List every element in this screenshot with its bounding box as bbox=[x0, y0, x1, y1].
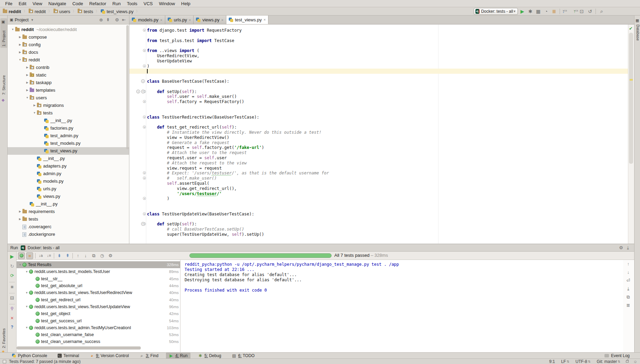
tree-item--coveragerc[interactable]: .coveragerc bbox=[8, 223, 129, 231]
stripe-tab-database[interactable]: Database bbox=[636, 24, 640, 41]
event-log-button[interactable]: Event Log bbox=[604, 353, 630, 358]
run-test-gutter-icon[interactable]: ↑ bbox=[141, 90, 145, 93]
status-message[interactable]: Tests Passed: 7 passed (a minute ago) bbox=[9, 359, 80, 364]
pin-tab-button[interactable]: ⚲ bbox=[8, 306, 17, 311]
test-history-icon[interactable]: ◷ bbox=[99, 252, 106, 259]
fold-marker-icon[interactable]: ∨ bbox=[143, 212, 146, 215]
tool-window-button-3-find[interactable]: ⌕3: Find bbox=[137, 353, 161, 359]
tab-urls-py[interactable]: urls.py× bbox=[165, 16, 194, 24]
close-icon[interactable]: × bbox=[264, 18, 266, 22]
tree-item-requirements[interactable]: ▶requirements bbox=[8, 208, 129, 215]
tree-item--init-py[interactable]: __init__.py bbox=[8, 200, 129, 208]
tree-item-static[interactable]: ▶static bbox=[8, 71, 129, 79]
chevron-collapsed-icon[interactable]: ▶ bbox=[18, 33, 22, 41]
test-row-reddit-users-tests-test-models-testuser[interactable]: ▼reddit.users.tests.test_models.TestUser… bbox=[17, 268, 180, 275]
rerun-tests-button[interactable]: ▶ bbox=[8, 254, 17, 259]
chevron-collapsed-icon[interactable]: ▶ bbox=[25, 87, 30, 94]
run-with-button[interactable]: ≣ bbox=[551, 8, 558, 15]
stripe-tab-project[interactable]: 1: Project bbox=[2, 31, 6, 47]
show-passed-toggle[interactable] bbox=[18, 252, 25, 259]
menu-item-code[interactable]: Code bbox=[69, 1, 86, 6]
tab-models-py[interactable]: models.py× bbox=[129, 16, 165, 24]
collapse-all-icon[interactable]: ⇞ bbox=[64, 252, 71, 259]
run-console[interactable]: reddit_pycha:python -u /opt/.pycharm_hel… bbox=[182, 260, 623, 352]
next-failed-test-icon[interactable]: ↓ bbox=[82, 252, 89, 259]
tree-item-docs[interactable]: ▶docs bbox=[8, 49, 129, 56]
tree-item-compose[interactable]: ▶compose bbox=[8, 33, 129, 41]
test-tree-hscrollbar[interactable] bbox=[17, 346, 141, 350]
chevron-expanded-icon[interactable]: ▼ bbox=[25, 94, 30, 102]
vcs-commit-button[interactable]: VCS↑ bbox=[573, 9, 576, 14]
close-icon[interactable]: × bbox=[221, 18, 223, 22]
test-row-reddit-users-tests-test-admin-testmyusercreationi[interactable]: ▼reddit.users.tests.test_admin.TestMyUse… bbox=[17, 324, 180, 331]
menu-item-view[interactable]: View bbox=[29, 1, 45, 6]
run-test-gutter-icon[interactable]: ↓ bbox=[136, 90, 140, 93]
breadcrumb-item[interactable]: reddit bbox=[3, 9, 21, 14]
hector-icon[interactable]: ☺ bbox=[633, 360, 637, 364]
tool-window-button-python-console[interactable]: Python Console bbox=[9, 353, 50, 359]
profiler-button[interactable]: ◔ bbox=[543, 8, 550, 15]
scroll-to-end-icon[interactable]: ⤓ bbox=[623, 285, 633, 293]
print-icon[interactable]: ⧉ bbox=[623, 293, 633, 301]
tree-item--dockerignore[interactable]: .dockerignore bbox=[8, 231, 129, 238]
sort-by-duration-toggle[interactable]: ≡ bbox=[26, 252, 33, 259]
menu-item-edit[interactable]: Edit bbox=[16, 1, 29, 6]
hide-panel-icon[interactable]: ⇤ bbox=[121, 17, 127, 22]
chevron-down-icon[interactable]: ▼ bbox=[31, 18, 34, 22]
tree-item-users[interactable]: ▼users bbox=[8, 94, 129, 102]
test-row-reddit-users-tests-test-views-testuserupdateview[interactable]: ▼reddit.users.tests.test_views.TestUserU… bbox=[17, 303, 180, 310]
chevron-expanded-icon[interactable]: ▼ bbox=[18, 56, 22, 64]
test-row-test-clean-username-success[interactable]: test_clean_username_success50ms bbox=[17, 338, 180, 345]
editor-error-stripe[interactable]: ✔ bbox=[628, 24, 634, 244]
chevron-expanded-icon[interactable]: ▼ bbox=[24, 305, 29, 308]
chevron-expanded-icon[interactable]: ▼ bbox=[24, 270, 29, 273]
readonly-lock-icon[interactable] bbox=[626, 361, 629, 363]
project-scrollbar[interactable] bbox=[126, 25, 129, 149]
scroll-up-icon[interactable]: ↑ bbox=[623, 260, 633, 268]
fold-marker-icon[interactable]: ∧ bbox=[143, 64, 146, 68]
chevron-collapsed-icon[interactable]: ▶ bbox=[18, 49, 22, 56]
coverage-button[interactable]: ▦ bbox=[535, 8, 542, 15]
chevron-collapsed-icon[interactable]: ▶ bbox=[25, 71, 30, 79]
test-row-test-get-absolute-url[interactable]: test_get_absolute_url44ms bbox=[17, 282, 180, 289]
previous-failed-test-icon[interactable]: ↑ bbox=[75, 252, 81, 259]
import-test-results-icon[interactable]: ⧉ bbox=[90, 252, 97, 259]
code-area[interactable]: from django.test import RequestFactoryfr… bbox=[129, 24, 628, 244]
tree-item-factories-py[interactable]: factories.py bbox=[8, 124, 129, 132]
menu-item-help[interactable]: Help bbox=[178, 1, 194, 6]
menu-item-run[interactable]: Run bbox=[109, 1, 124, 6]
chevron-expanded-icon[interactable]: ▼ bbox=[24, 291, 29, 294]
tool-window-button-6-todo[interactable]: ▤6: TODO bbox=[229, 353, 257, 359]
fold-marker-icon[interactable]: ∨ bbox=[143, 115, 146, 119]
chevron-expanded-icon[interactable]: ▼ bbox=[32, 109, 37, 117]
breadcrumb-item[interactable]: reddit bbox=[29, 9, 46, 14]
tree-item-config[interactable]: ▶config bbox=[8, 41, 129, 49]
sort-by-statistics-icon[interactable]: ↓≡ bbox=[46, 252, 52, 259]
vcs-update-button[interactable]: VCS↓ bbox=[562, 9, 565, 14]
chevron-collapsed-icon[interactable]: ▶ bbox=[32, 102, 37, 109]
tree-item-templates[interactable]: ▶templates bbox=[8, 87, 129, 94]
run-test-gutter-icon[interactable]: ↓ bbox=[141, 79, 145, 83]
collapse-all-icon[interactable]: ⇞ bbox=[105, 17, 111, 22]
help-button[interactable]: ? bbox=[8, 325, 17, 330]
chevron-collapsed-icon[interactable]: ▶ bbox=[18, 215, 22, 223]
scroll-down-icon[interactable]: ↓ bbox=[623, 268, 633, 276]
tree-item-models-py[interactable]: models.py bbox=[8, 178, 129, 185]
test-row-test-get-object[interactable]: test_get_object42ms bbox=[17, 310, 180, 317]
gear-icon[interactable]: ⚙ bbox=[107, 252, 114, 259]
tool-window-button-4-run[interactable]: ▶4: Run bbox=[166, 353, 190, 359]
expand-all-icon[interactable]: ⇟ bbox=[56, 252, 63, 259]
tool-window-button-9-version-control[interactable]: ◕9: Version Control bbox=[87, 353, 131, 359]
chevron-collapsed-icon[interactable]: ▶ bbox=[25, 64, 30, 71]
sort-alphabetically-icon[interactable]: ↓a bbox=[37, 252, 44, 259]
search-everywhere-icon[interactable]: ⌕ bbox=[598, 8, 605, 15]
test-row-test-str-[interactable]: test__str__45ms bbox=[17, 275, 180, 282]
menu-item-tools[interactable]: Tools bbox=[124, 1, 140, 6]
menu-item-refactor[interactable]: Refactor bbox=[86, 1, 109, 6]
rollback-button[interactable]: ↺ bbox=[587, 8, 593, 15]
test-row-test-get-redirect-url[interactable]: test_get_redirect_url40ms bbox=[17, 296, 180, 303]
test-row-reddit-users-tests-test-views-testuserredirectview[interactable]: ▼reddit.users.tests.test_views.TestUserR… bbox=[17, 289, 180, 296]
tree-item-adapters-py[interactable]: adapters.py bbox=[8, 162, 129, 170]
local-changes-button[interactable]: ⊡ bbox=[578, 8, 585, 15]
menu-item-vcs[interactable]: VCS bbox=[140, 1, 156, 6]
